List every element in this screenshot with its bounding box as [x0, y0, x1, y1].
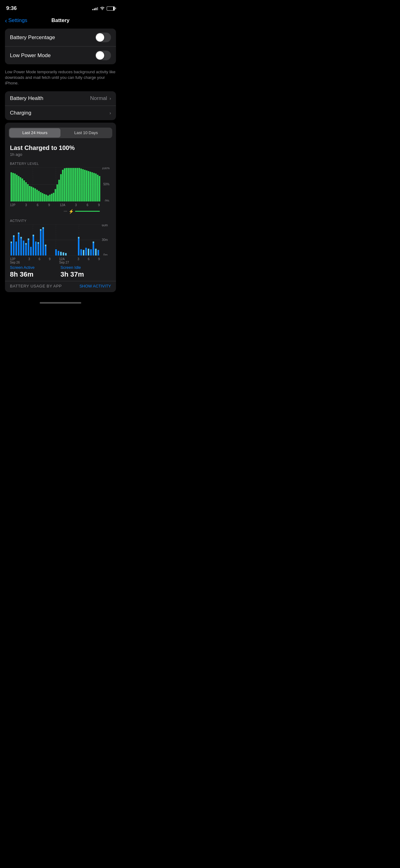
screen-active-stat: Screen Active 8h 36m	[10, 265, 61, 278]
svg-rect-26	[47, 195, 49, 202]
svg-rect-68	[15, 242, 17, 255]
svg-rect-80	[33, 235, 34, 236]
lightning-icon: ⚡	[69, 209, 74, 214]
svg-rect-16	[29, 186, 30, 202]
health-section: Battery Health Normal › Charging ›	[5, 91, 116, 120]
svg-rect-75	[25, 243, 27, 245]
x-label-3a2: 3	[75, 203, 77, 207]
svg-rect-86	[42, 229, 44, 255]
svg-rect-64	[10, 243, 12, 255]
svg-rect-67	[13, 235, 14, 237]
home-bar	[40, 302, 81, 304]
charging-item[interactable]: Charging ›	[5, 106, 116, 120]
x-label-6a2: 6	[87, 203, 88, 207]
last-24h-tab[interactable]: Last 24 Hours	[9, 128, 61, 137]
charging-label: Charging	[10, 110, 31, 116]
last-10d-tab[interactable]: Last 10 Days	[61, 128, 112, 137]
svg-rect-38	[69, 168, 71, 202]
activity-x-labels: 12P Sep 26 3 6 9 12A Sep 27 3 6 9	[10, 257, 111, 264]
svg-rect-78	[30, 247, 32, 255]
svg-rect-15	[27, 184, 29, 202]
battery-percentage-label: Battery Percentage	[10, 34, 55, 41]
svg-rect-37	[68, 168, 69, 202]
svg-rect-19	[34, 188, 36, 202]
svg-rect-98	[83, 250, 84, 255]
x-label-12p: 12P	[10, 203, 15, 207]
time-selector[interactable]: Last 24 Hours Last 10 Days	[9, 128, 112, 138]
svg-rect-20	[36, 190, 38, 202]
screen-idle-label: Screen Idle	[61, 265, 111, 270]
svg-rect-52	[95, 174, 97, 202]
activity-x-label-12a: 12A Sep 27	[59, 257, 69, 264]
svg-rect-17	[31, 187, 32, 202]
activity-x-label-6a2: 6	[88, 257, 90, 264]
charging-chevron-icon: ›	[109, 111, 111, 116]
svg-rect-79	[33, 236, 34, 255]
back-label: Settings	[8, 18, 27, 24]
toggle-knob-2	[96, 51, 104, 60]
svg-rect-34	[62, 170, 64, 202]
svg-text:60m: 60m	[102, 224, 108, 227]
svg-rect-65	[10, 242, 12, 243]
low-power-mode-toggle[interactable]	[95, 51, 111, 60]
svg-rect-47	[86, 170, 88, 202]
activity-x-label-3a2: 3	[77, 257, 79, 264]
svg-rect-32	[58, 180, 60, 202]
usage-footer: BATTERY USAGE BY APP SHOW ACTIVITY	[5, 281, 116, 292]
svg-rect-101	[90, 249, 92, 255]
battery-health-item[interactable]: Battery Health Normal ›	[5, 91, 116, 106]
svg-rect-53	[97, 175, 99, 202]
activity-chart-wrapper: 60m 30m 0m 12P Sep 26 3 6 9 12A Sep 27 3…	[10, 224, 111, 260]
x-label-12a: 12A	[60, 203, 65, 207]
back-chevron-icon: ‹	[5, 18, 7, 24]
svg-rect-94	[65, 253, 67, 255]
activity-section: ACTIVITY	[5, 216, 116, 260]
page-title: Battery	[52, 18, 70, 24]
svg-rect-51	[93, 173, 95, 202]
chevron-right-icon: ›	[109, 96, 111, 101]
svg-text:30m: 30m	[102, 238, 108, 242]
x-label-9a2: 9	[98, 203, 100, 207]
svg-rect-76	[28, 240, 29, 255]
toggles-section: Battery Percentage Low Power Mode	[5, 29, 116, 64]
toggle-knob	[96, 33, 104, 41]
status-icons	[92, 6, 115, 11]
svg-text:100%: 100%	[102, 167, 109, 170]
svg-rect-39	[71, 168, 73, 202]
x-label-3a1: 3	[25, 203, 27, 207]
svg-rect-30	[55, 189, 56, 202]
svg-rect-103	[93, 242, 94, 243]
svg-rect-23	[42, 193, 43, 202]
svg-text:0%: 0%	[105, 199, 109, 202]
svg-rect-97	[80, 249, 82, 255]
battery-percentage-item[interactable]: Battery Percentage	[5, 29, 116, 46]
battery-status-icon	[107, 6, 115, 10]
battery-percentage-toggle[interactable]	[95, 33, 111, 42]
svg-rect-69	[18, 234, 20, 255]
svg-rect-7	[12, 173, 14, 202]
back-button[interactable]: ‹ Settings	[5, 18, 27, 24]
battery-x-labels: 12P 3 6 9 12A 3 6 9	[10, 203, 111, 207]
svg-rect-72	[21, 237, 22, 239]
show-activity-button[interactable]: SHOW ACTIVITY	[79, 284, 111, 288]
svg-rect-36	[66, 168, 67, 202]
svg-rect-96	[78, 237, 79, 239]
svg-rect-33	[60, 174, 62, 202]
usage-by-app-label: BATTERY USAGE BY APP	[10, 284, 62, 288]
svg-rect-28	[51, 194, 53, 202]
svg-rect-104	[95, 249, 97, 255]
status-bar: 9:36	[0, 0, 121, 15]
low-power-mode-item[interactable]: Low Power Mode	[5, 46, 116, 64]
charged-title: Last Charged to 100%	[10, 144, 111, 152]
x-label-6a1: 6	[37, 203, 38, 207]
svg-rect-83	[37, 242, 39, 244]
svg-rect-31	[57, 184, 58, 202]
activity-x-label-9a2: 9	[98, 257, 100, 264]
svg-rect-54	[99, 176, 100, 202]
status-time: 9:36	[6, 5, 17, 11]
charging-line-left	[64, 211, 67, 212]
svg-rect-49	[90, 172, 91, 202]
activity-x-label-6a1: 6	[38, 257, 40, 264]
svg-rect-70	[18, 232, 20, 234]
svg-rect-73	[23, 241, 24, 255]
